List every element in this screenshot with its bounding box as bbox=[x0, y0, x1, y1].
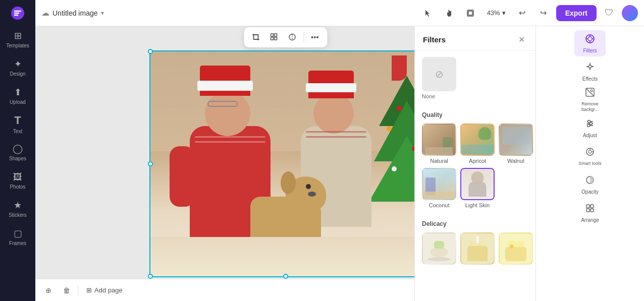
app-logo[interactable] bbox=[9, 4, 27, 22]
rug bbox=[149, 237, 422, 277]
file-info: ☁ Untitled image ▾ bbox=[41, 8, 415, 18]
svg-rect-4 bbox=[275, 34, 277, 36]
header: ☁ Untitled image ▾ 43% ▾ ↩ ↪ Export bbox=[35, 0, 644, 26]
filters-icon bbox=[585, 34, 595, 46]
frame-tool-button[interactable] bbox=[462, 5, 479, 22]
svg-rect-2 bbox=[468, 11, 472, 15]
sidebar-item-text[interactable]: T Text bbox=[2, 111, 33, 137]
rt-opacity-button[interactable]: Opacity bbox=[574, 171, 606, 198]
smart-tools-icon bbox=[585, 147, 595, 159]
rt-adjust-label: Adjust bbox=[583, 133, 597, 138]
filter-natural[interactable]: Natural bbox=[422, 124, 456, 164]
rt-adjust-button[interactable]: Adjust bbox=[574, 115, 606, 141]
filters-panel: Filters ✕ ⊘ None Quality Natural bbox=[414, 26, 535, 301]
delicacy-section-title: Delicacy bbox=[422, 220, 528, 227]
filter-delicacy2[interactable] bbox=[460, 232, 495, 267]
svg-point-24 bbox=[588, 150, 592, 153]
stickers-icon: ★ bbox=[14, 200, 22, 211]
filter-delicacy1[interactable] bbox=[422, 232, 456, 267]
arrange-icon bbox=[585, 203, 595, 216]
filter-apricot-thumb bbox=[460, 124, 495, 156]
filters-panel-header: Filters ✕ bbox=[415, 26, 535, 51]
rt-filters-button[interactable]: Filters bbox=[574, 30, 606, 56]
hand-tool-button[interactable] bbox=[441, 5, 458, 22]
rt-smarttools-button[interactable]: Smart tools bbox=[574, 143, 606, 169]
sidebar-item-templates[interactable]: ⊞ Templates bbox=[2, 26, 33, 52]
filter-delicacy3[interactable] bbox=[499, 232, 533, 267]
zoom-control[interactable]: 43% ▾ bbox=[483, 7, 510, 19]
rt-smarttools-label: Smart tools bbox=[578, 161, 602, 166]
delicacy-section: Delicacy bbox=[415, 214, 535, 273]
filter-natural-thumb bbox=[422, 124, 456, 156]
filter-lightskin[interactable]: Light Skin bbox=[460, 168, 495, 208]
more-options-button[interactable]: ••• bbox=[307, 29, 323, 45]
cloud-icon: ☁ bbox=[41, 8, 49, 18]
filter-none-button[interactable]: ⊘ bbox=[422, 57, 456, 91]
filters-panel-close-button[interactable]: ✕ bbox=[515, 33, 527, 45]
header-tools: 43% ▾ ↩ ↪ bbox=[419, 5, 552, 22]
filter-coconut[interactable]: Coconut bbox=[422, 168, 456, 208]
opacity-icon bbox=[585, 175, 595, 188]
add-page-icon: ⊞ bbox=[86, 286, 92, 294]
filter-coconut-thumb bbox=[422, 168, 456, 200]
sidebar-item-design[interactable]: ✦ Design bbox=[2, 54, 33, 81]
filter-natural-label: Natural bbox=[430, 158, 448, 164]
quality-filter-grid: Natural Apricot Walnut bbox=[422, 124, 528, 208]
design-icon: ✦ bbox=[14, 58, 22, 70]
photos-icon: 🖼 bbox=[13, 172, 22, 183]
text-icon: T bbox=[14, 114, 21, 127]
no-filter-icon: ⊘ bbox=[435, 68, 444, 80]
add-page-button[interactable]: ⊞ Add page bbox=[82, 284, 127, 296]
filters-panel-title: Filters bbox=[423, 35, 446, 44]
export-button[interactable]: Export bbox=[556, 5, 597, 21]
svg-rect-29 bbox=[591, 205, 594, 208]
title-chevron-icon[interactable]: ▾ bbox=[101, 10, 104, 17]
filter-coconut-label: Coconut bbox=[429, 202, 450, 208]
templates-icon: ⊞ bbox=[14, 30, 22, 41]
crop-button[interactable] bbox=[248, 29, 264, 45]
svg-point-20 bbox=[590, 122, 593, 125]
none-filter-section: ⊘ None bbox=[415, 51, 535, 105]
delete-page-button[interactable]: 🗑 bbox=[60, 283, 74, 297]
right-toolbar: Filters Effects Remove backgr... bbox=[535, 26, 644, 301]
svg-rect-5 bbox=[271, 37, 274, 40]
upload-icon: ⬆ bbox=[14, 87, 22, 98]
redo-button[interactable]: ↪ bbox=[535, 5, 552, 22]
quality-section-title: Quality bbox=[422, 111, 528, 118]
shapes-icon: ◯ bbox=[13, 143, 23, 154]
rt-effects-button[interactable]: Effects bbox=[574, 58, 606, 85]
shield-icon[interactable]: 🛡 bbox=[601, 5, 618, 22]
sidebar: ⊞ Templates ✦ Design ⬆ Upload T Text ◯ S… bbox=[0, 0, 35, 301]
select-tool-button[interactable] bbox=[419, 5, 437, 22]
filter-apricot[interactable]: Apricot bbox=[460, 124, 495, 164]
rt-removebg-button[interactable]: Remove backgr... bbox=[574, 87, 606, 113]
rt-filters-label: Filters bbox=[583, 48, 597, 53]
rt-arrange-button[interactable]: Arrange bbox=[574, 200, 606, 226]
svg-rect-31 bbox=[591, 209, 594, 212]
svg-point-9 bbox=[588, 37, 592, 41]
adjust-icon bbox=[585, 118, 595, 131]
filter-walnut-thumb bbox=[499, 124, 533, 156]
filter-walnut[interactable]: Walnut bbox=[499, 124, 533, 164]
sidebar-item-upload[interactable]: ⬆ Upload bbox=[2, 83, 33, 109]
duplicate-page-button[interactable]: ⊕ bbox=[41, 283, 56, 297]
filter-delicacy3-thumb bbox=[499, 232, 533, 265]
toolbar-divider bbox=[78, 285, 78, 295]
canvas-content[interactable]: ••• bbox=[149, 50, 422, 277]
filter-walnut-label: Walnut bbox=[507, 158, 524, 164]
avatar[interactable] bbox=[622, 5, 638, 21]
sidebar-item-stickers[interactable]: ★ Stickers bbox=[2, 196, 33, 222]
floating-toolbar: ••• bbox=[244, 27, 327, 47]
mask-button[interactable] bbox=[284, 29, 300, 45]
sidebar-item-frames[interactable]: ▢ Frames bbox=[2, 224, 33, 250]
header-right: Export 🛡 bbox=[556, 5, 638, 22]
add-page-label: Add page bbox=[94, 286, 123, 294]
sidebar-item-photos[interactable]: 🖼 Photos bbox=[2, 167, 33, 194]
filter-lightskin-thumb bbox=[460, 168, 495, 200]
canvas-image[interactable] bbox=[149, 50, 422, 277]
sidebar-item-shapes[interactable]: ◯ Shapes bbox=[2, 139, 33, 165]
svg-rect-3 bbox=[271, 34, 274, 36]
undo-button[interactable]: ↩ bbox=[514, 5, 531, 22]
quality-section: Quality Natural Apricot bbox=[415, 105, 535, 214]
grid-button[interactable] bbox=[266, 29, 282, 45]
